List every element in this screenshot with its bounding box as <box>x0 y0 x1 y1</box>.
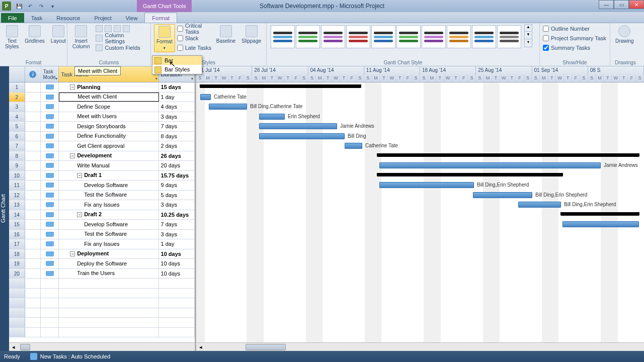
slippage-button[interactable]: Slippage <box>239 24 263 45</box>
style-option[interactable] <box>422 25 446 48</box>
table-row[interactable]: 4Meet with Users3 days <box>9 112 195 122</box>
project-summary-checkbox[interactable]: Project Summary Task <box>543 34 606 43</box>
style-option[interactable] <box>472 25 496 48</box>
table-row[interactable]: 16Test the Software3 days <box>9 230 195 240</box>
menu-bar[interactable]: Bar <box>152 56 202 65</box>
gantt-hscroll[interactable]: ◂ <box>196 342 644 351</box>
minimize-button[interactable]: — <box>599 0 614 9</box>
style-option[interactable] <box>497 25 521 48</box>
table-row[interactable]: 7Get Client approval2 days <box>9 141 195 151</box>
table-row[interactable]: 9Write Manual20 days <box>9 161 195 171</box>
table-row[interactable]: 6Define Functionality8 days <box>9 132 195 142</box>
tab-view[interactable]: View <box>119 13 145 23</box>
ribbon: Text Styles Gridlines Layout Format Inse… <box>0 23 644 66</box>
gantt-style-gallery[interactable] <box>270 24 522 49</box>
table-row[interactable]: 3Define Scope4 days <box>9 102 195 112</box>
style-option[interactable] <box>321 25 345 48</box>
gantt-chart: 21 Jul '1428 Jul '1404 Aug '1411 Aug '14… <box>196 66 644 351</box>
table-row[interactable]: 19Deploy the Software10 days <box>9 259 195 269</box>
critical-tasks-checkbox[interactable]: Critical Tasks <box>177 24 212 33</box>
style-option[interactable] <box>371 25 395 48</box>
app-logo: P <box>2 2 11 11</box>
group-showhide-label: Show/Hide <box>540 59 610 65</box>
undo-icon[interactable]: ↶ <box>25 2 35 11</box>
style-option[interactable] <box>271 25 295 48</box>
layout-button[interactable]: Layout <box>49 24 68 45</box>
quick-access-toolbar: 💾 ↶ ↷ ▾ <box>14 2 57 11</box>
group-drawings-label: Drawings <box>610 59 640 65</box>
column-settings-button[interactable]: Column Settings <box>94 34 147 43</box>
style-option[interactable] <box>447 25 471 48</box>
gallery-more-icon[interactable]: ▾ <box>525 40 532 47</box>
custom-fields-button[interactable]: Custom Fields <box>94 43 147 52</box>
slack-checkbox[interactable]: Slack <box>177 34 212 43</box>
view-sidebar-label[interactable]: Gantt Chart <box>0 66 9 351</box>
status-newtasks: New Tasks : Auto Scheduled <box>40 353 110 359</box>
status-ready: Ready <box>4 353 20 359</box>
title-bar: P 💾 ↶ ↷ ▾ Gantt Chart Tools Software Dev… <box>0 0 644 12</box>
style-option[interactable] <box>396 25 421 48</box>
group-columns-label: Columns <box>67 59 150 65</box>
window-title: Software Development.mpp - Microsoft Pro… <box>260 3 384 10</box>
drawing-button[interactable]: Drawing <box>613 24 636 45</box>
tab-file[interactable]: File <box>1 13 24 23</box>
maximize-button[interactable]: ▭ <box>614 0 629 9</box>
table-row[interactable]: 20Train the Users10 days <box>9 269 195 279</box>
tab-resource[interactable]: Resource <box>49 13 87 23</box>
tab-format[interactable]: Format <box>144 13 177 23</box>
contextual-tab-label: Gantt Chart Tools <box>137 0 192 12</box>
task-mode-header[interactable]: Task Mode▾ <box>41 66 59 82</box>
style-option[interactable] <box>296 25 320 48</box>
baseline-button[interactable]: Baseline <box>214 24 237 45</box>
autoschedule-icon <box>30 353 37 360</box>
style-option[interactable] <box>346 25 370 48</box>
table-row[interactable]: 8−Development26 days <box>9 151 195 161</box>
grid-hscroll[interactable]: ◂ <box>9 342 195 351</box>
table-row[interactable]: 11Develop Software9 days <box>9 180 195 191</box>
outline-number-checkbox[interactable]: Outline Number <box>543 24 606 33</box>
tab-project[interactable]: Project <box>87 13 118 23</box>
summary-tasks-checkbox[interactable]: Summary Tasks <box>543 43 606 52</box>
table-row[interactable]: 2Meet with Client1 day <box>9 93 195 103</box>
close-button[interactable]: ✕ <box>629 0 644 9</box>
info-column-header[interactable]: i <box>25 66 41 82</box>
text-styles-button[interactable]: Text Styles <box>3 24 21 50</box>
insert-column-button[interactable]: Insert Column <box>70 24 92 50</box>
table-row[interactable]: 18−Deployment10 days <box>9 249 195 259</box>
group-format-label: Format <box>0 59 67 65</box>
tooltip: Meet with Client <box>74 66 121 75</box>
late-tasks-checkbox[interactable]: Late Tasks <box>177 43 212 52</box>
menu-bar-styles[interactable]: Bar Styles <box>152 65 202 74</box>
gallery-down-icon[interactable]: ▼ <box>525 32 532 39</box>
group-ganttstyle-label: Gantt Chart Style <box>267 59 539 65</box>
table-row[interactable]: 14−Draft 210.25 days <box>9 210 195 220</box>
gridlines-button[interactable]: Gridlines <box>23 24 46 45</box>
table-row[interactable]: 17Fix any Issues1 day <box>9 239 195 249</box>
table-row[interactable]: 10−Draft 115.75 days <box>9 171 195 181</box>
table-row[interactable]: 5Design Storyboards7 days <box>9 122 195 132</box>
table-row[interactable]: 15Develop Software7 days <box>9 220 195 230</box>
table-row[interactable]: 12Test the Software5 days <box>9 191 195 201</box>
redo-icon[interactable]: ↷ <box>36 2 46 11</box>
qat-more-icon[interactable]: ▾ <box>47 2 57 11</box>
tab-task[interactable]: Task <box>24 13 50 23</box>
task-grid: i Task Mode▾ Task Name▾ Duration▾ 1−Plan… <box>9 66 196 351</box>
format-dropdown-button[interactable]: Format▼ <box>154 24 175 52</box>
table-row[interactable]: 1−Planning15 days <box>9 82 195 93</box>
gallery-up-icon[interactable]: ▲ <box>525 25 532 32</box>
ribbon-tabs: File Task Resource Project View Format △… <box>0 12 644 23</box>
save-icon[interactable]: 💾 <box>14 2 24 11</box>
status-bar: Ready New Tasks : Auto Scheduled <box>0 351 644 362</box>
format-dropdown-menu: Bar Bar Styles <box>152 55 202 74</box>
table-row[interactable]: 13Fix any Issues3 days <box>9 200 195 210</box>
